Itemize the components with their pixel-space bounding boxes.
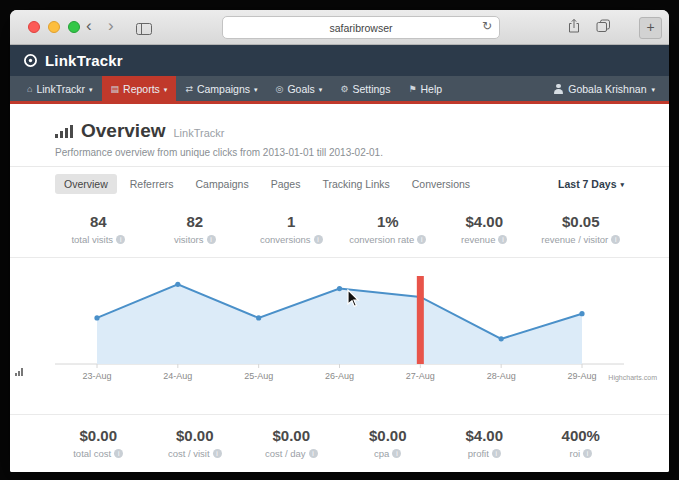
info-icon[interactable]: i [611,235,620,244]
stat-value: 84 [50,213,147,230]
stat-label: conversions [260,234,311,245]
tab-conversions[interactable]: Conversions [403,174,479,194]
stat-value: $0.00 [243,427,340,444]
nav-label: Campaigns [197,83,250,95]
stat-label: roi [569,448,580,459]
address-text: safaribrowser [329,22,392,34]
forward-button[interactable]: › [108,15,114,37]
user-icon [553,84,563,94]
user-menu[interactable]: Gobala Krishnan ▾ [547,76,661,101]
tab-pages[interactable]: Pages [262,174,310,194]
show-tabs-button[interactable] [596,19,611,37]
zoom-window-button[interactable] [68,21,80,33]
info-icon[interactable]: i [309,449,318,458]
chevron-down-icon: ▾ [164,86,168,94]
info-icon[interactable]: i [116,235,125,244]
nav-item-linktrackr[interactable]: ⌂ LinkTrackr ▾ [18,76,102,101]
nav-item-campaigns[interactable]: ⇄ Campaigns ▾ [176,76,266,101]
chevron-down-icon: ▾ [651,86,655,94]
nav-label: Help [420,83,442,95]
info-icon[interactable]: i [207,235,216,244]
stat-value: 1 [243,213,340,230]
chart-credit-link[interactable]: Highcharts.com [608,374,657,381]
screenshot-frame: ‹ › safaribrowser ↻ + LinkTrackr [0,0,679,480]
info-icon[interactable]: i [314,235,323,244]
info-icon[interactable]: i [583,449,592,458]
page-content: Overview LinkTrackr Performance overview… [10,104,669,472]
stat-value: $0.00 [340,427,437,444]
info-icon[interactable]: i [498,235,507,244]
stat-label: total visits [71,234,113,245]
user-name: Gobala Krishnan [568,83,646,95]
stat-cost-per-day: $0.00 cost / dayi [243,427,340,459]
stat-value: $4.00 [436,213,533,230]
tabs-overview-icon [596,19,611,33]
page-title-suffix: LinkTrackr [174,127,225,139]
stat-conversion-rate: 1% conversion ratei [340,213,437,245]
sidebar-icon [136,23,152,35]
linktrackr-logo-icon [23,53,38,68]
stat-label: cost / visit [168,448,210,459]
page-subtitle: Performance overview from unique clicks … [55,147,624,158]
info-icon[interactable]: i [114,449,123,458]
stat-value: $4.00 [436,427,533,444]
page-title: Overview [81,120,166,142]
stat-visitors: 82 visitorsi [147,213,244,245]
tab-tracking-links[interactable]: Tracking Links [313,174,398,194]
stat-value: $0.00 [147,427,244,444]
stat-value: $0.00 [50,427,147,444]
stat-total-visits: 84 total visitsi [50,213,147,245]
refresh-icon[interactable]: ↻ [482,19,492,33]
stat-total-cost: $0.00 total costi [50,427,147,459]
stat-cost-per-visit: $0.00 cost / visiti [147,427,244,459]
address-bar[interactable]: safaribrowser ↻ [222,16,500,39]
reports-icon: ▤ [111,84,120,94]
stat-conversions: 1 conversionsi [243,213,340,245]
svg-text:29-Aug: 29-Aug [567,371,596,381]
nav-label: Goals [287,83,314,95]
tab-referrers[interactable]: Referrers [121,174,183,194]
svg-text:26-Aug: 26-Aug [325,371,354,381]
window-controls [28,21,80,33]
nav-label: LinkTrackr [36,83,85,95]
info-icon[interactable]: i [417,235,426,244]
close-window-button[interactable] [28,21,40,33]
new-tab-button[interactable]: + [639,17,662,39]
home-icon: ⌂ [27,84,32,94]
chevron-down-icon: ▾ [89,86,93,94]
date-range-dropdown[interactable]: Last 7 Days ▾ [558,178,624,190]
stat-value: $0.05 [533,213,630,230]
nav-item-goals[interactable]: ◎ Goals ▾ [267,76,332,101]
nav-label: Settings [352,83,390,95]
stat-value: 400% [533,427,630,444]
visits-chart: 23-Aug24-Aug25-Aug26-Aug27-Aug28-Aug29-A… [55,272,624,384]
tab-campaigns[interactable]: Campaigns [187,174,258,194]
target-icon: ◎ [276,84,284,94]
info-icon[interactable]: i [392,449,401,458]
svg-text:25-Aug: 25-Aug [244,371,273,381]
stats-row-top: 84 total visitsi 82 visitorsi 1 conversi… [10,201,669,257]
share-button[interactable] [567,18,581,38]
minimize-window-button[interactable] [48,21,60,33]
stat-value: 1% [340,213,437,230]
browser-window: ‹ › safaribrowser ↻ + LinkTrackr [10,10,669,472]
back-button[interactable]: ‹ [86,15,92,37]
shuffle-icon: ⇄ [185,84,193,94]
svg-text:24-Aug: 24-Aug [163,371,192,381]
stat-label: revenue [461,234,495,245]
stat-label: visitors [174,234,204,245]
chevron-down-icon: ▾ [319,86,323,94]
stat-label: total cost [73,448,111,459]
nav-item-settings[interactable]: ⚙ Settings [331,76,399,101]
main-nav: ⌂ LinkTrackr ▾ ▤ Reports ▾ ⇄ Campaigns ▾… [10,76,669,104]
tab-overview[interactable]: Overview [55,174,117,194]
nav-item-help[interactable]: ⚑ Help [399,76,451,101]
svg-text:28-Aug: 28-Aug [487,371,516,381]
info-icon[interactable]: i [492,449,501,458]
svg-text:27-Aug: 27-Aug [406,371,435,381]
date-range-label: Last 7 Days [558,178,616,190]
sidebar-toggle-button[interactable] [136,21,152,39]
info-icon[interactable]: i [213,449,222,458]
page-header: Overview LinkTrackr Performance overview… [10,104,669,166]
nav-item-reports[interactable]: ▤ Reports ▾ [102,76,177,101]
